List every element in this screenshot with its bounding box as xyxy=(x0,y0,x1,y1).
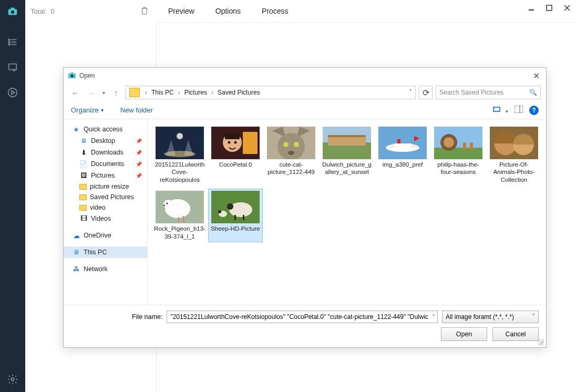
settings-icon[interactable] xyxy=(4,371,21,388)
tree-downloads[interactable]: ⬇Downloads📌 xyxy=(64,147,147,158)
total-panel: Total: 0 xyxy=(25,6,157,17)
address-dropdown-icon[interactable]: ˅ xyxy=(406,89,415,96)
svg-point-13 xyxy=(11,378,14,381)
address-bar[interactable]: › This PC › Pictures › Saved Pictures ˅ xyxy=(126,86,416,99)
svg-rect-63 xyxy=(234,215,236,220)
forward-button[interactable]: → xyxy=(85,86,97,99)
svg-point-38 xyxy=(288,151,294,155)
file-item[interactable]: Dulwich_picture_gallery_at_sunset xyxy=(320,125,374,185)
nav-tree: ★Quick access 🖥Desktop📌 ⬇Downloads📌 📄Doc… xyxy=(64,119,148,305)
file-item-selected[interactable]: Sheep-HD-Picture xyxy=(208,189,263,242)
open-button[interactable]: Open xyxy=(441,327,487,341)
view-mode-icon[interactable]: ▾ xyxy=(493,106,508,115)
file-grid: 20151221LulworthCove-reKotsiopoulos Coco… xyxy=(148,119,546,305)
svg-point-62 xyxy=(227,203,233,210)
help-icon[interactable]: ? xyxy=(529,106,539,115)
breadcrumb-saved[interactable]: Saved Pictures xyxy=(215,89,262,96)
file-item[interactable]: 20151221LulworthCove-reKotsiopoulos xyxy=(152,125,207,185)
file-item[interactable]: img_a380_pref xyxy=(375,125,430,185)
topbar: Total: 0 Preview Options Process xyxy=(25,0,576,22)
chevron-down-icon[interactable]: ˅ xyxy=(432,313,436,321)
desktop-icon: 🖥 xyxy=(79,137,88,145)
resize-grip[interactable] xyxy=(538,339,544,345)
play-icon[interactable] xyxy=(4,84,21,101)
maximize-button[interactable] xyxy=(540,0,558,16)
chevron-down-icon: ˅ xyxy=(532,313,535,321)
tree-videos[interactable]: 🎞Videos xyxy=(64,213,147,224)
trash-icon[interactable] xyxy=(140,6,149,17)
file-item[interactable]: Rock_Pigeon_b13-39-374_l_1 xyxy=(152,189,207,242)
tree-onedrive[interactable]: ☁OneDrive xyxy=(64,230,147,241)
svg-point-35 xyxy=(277,133,305,159)
file-name: Rock_Pigeon_b13-39-374_l_1 xyxy=(153,225,206,240)
file-item[interactable]: philip-haas-the-four-seasons xyxy=(431,125,486,185)
tab-preview[interactable]: Preview xyxy=(168,7,194,15)
file-name: Picture-Of-Animals-Photo-Collection xyxy=(488,161,540,183)
svg-point-59 xyxy=(167,203,168,204)
pictures-icon: 🖼 xyxy=(79,171,88,180)
open-dialog: Open ✕ ← → ▾ ↑ › This PC › Pictures › Sa… xyxy=(63,67,547,348)
tree-picture-resize[interactable]: picture resize xyxy=(64,181,147,192)
file-item[interactable]: Picture-Of-Animals-Photo-Collection xyxy=(487,125,541,185)
svg-point-7 xyxy=(8,44,10,45)
chevron-right-icon: › xyxy=(209,89,215,96)
tree-pictures[interactable]: 🖼Pictures📌 xyxy=(64,170,147,181)
list-icon[interactable] xyxy=(4,34,21,50)
left-rail xyxy=(0,0,25,392)
breadcrumb-root[interactable]: This PC xyxy=(149,89,176,96)
up-button[interactable]: ↑ xyxy=(110,86,122,99)
pc-icon: 🖥 xyxy=(72,248,80,256)
refresh-button[interactable]: ⟳ xyxy=(419,86,433,99)
tree-documents[interactable]: 📄Documents📌 xyxy=(64,158,147,170)
minimize-button[interactable] xyxy=(522,0,540,16)
recent-dropdown-icon[interactable]: ▾ xyxy=(100,86,107,99)
svg-rect-15 xyxy=(547,5,552,11)
main-tabs: Preview Options Process xyxy=(157,7,289,15)
file-item[interactable]: CocoPetal.0 xyxy=(208,125,263,185)
svg-rect-51 xyxy=(463,142,466,150)
chevron-right-icon: › xyxy=(176,89,182,96)
tree-saved-pictures[interactable]: Saved Pictures xyxy=(64,192,147,202)
tree-quick-access[interactable]: ★Quick access xyxy=(64,123,147,135)
svg-rect-45 xyxy=(394,143,411,148)
toolbar-row: Organize▾ New folder ▾ ? xyxy=(64,101,546,119)
svg-rect-42 xyxy=(328,135,366,137)
tab-options[interactable]: Options xyxy=(215,7,241,15)
breadcrumb-pictures[interactable]: Pictures xyxy=(182,89,209,96)
svg-rect-64 xyxy=(243,215,244,220)
search-icon: 🔍 xyxy=(529,89,537,96)
add-panel-icon[interactable] xyxy=(4,59,21,76)
star-icon: ★ xyxy=(72,125,80,133)
organize-menu[interactable]: Organize▾ xyxy=(71,106,104,114)
svg-rect-30 xyxy=(225,133,240,139)
search-input[interactable]: Search Saved Pictures 🔍 xyxy=(436,86,541,99)
svg-point-50 xyxy=(444,137,454,148)
filename-input[interactable] xyxy=(167,311,438,323)
app-logo-icon xyxy=(4,3,21,20)
filter-label: All image foramt (*.*, *.*) xyxy=(446,313,514,321)
svg-rect-1 xyxy=(11,8,14,10)
close-button[interactable] xyxy=(558,0,576,16)
tree-this-pc[interactable]: 🖥This PC xyxy=(64,246,147,258)
tab-process[interactable]: Process xyxy=(262,7,289,15)
back-button[interactable]: ← xyxy=(69,86,81,99)
new-folder-button[interactable]: New folder xyxy=(120,106,153,114)
svg-rect-48 xyxy=(434,148,482,159)
downloads-icon: ⬇ xyxy=(79,148,88,157)
cancel-button[interactable]: Cancel xyxy=(492,327,539,341)
tree-network[interactable]: 🖧Network xyxy=(64,263,147,275)
network-icon: 🖧 xyxy=(72,265,80,273)
folder-icon xyxy=(79,184,87,190)
tree-video-folder[interactable]: video xyxy=(64,202,147,213)
tree-desktop[interactable]: 🖥Desktop📌 xyxy=(64,135,147,147)
svg-rect-23 xyxy=(515,106,523,113)
svg-rect-41 xyxy=(328,137,366,146)
file-name: philip-haas-the-four-seasons xyxy=(432,161,485,176)
svg-point-12 xyxy=(8,88,17,97)
preview-pane-icon[interactable] xyxy=(515,106,523,115)
dialog-close-icon[interactable]: ✕ xyxy=(531,71,542,81)
file-type-filter[interactable]: All image foramt (*.*, *.*) ˅ xyxy=(442,311,539,323)
svg-point-58 xyxy=(163,200,173,209)
file-item[interactable]: cute-cat-picture_1122-449 xyxy=(264,125,318,185)
window-controls xyxy=(522,0,576,16)
